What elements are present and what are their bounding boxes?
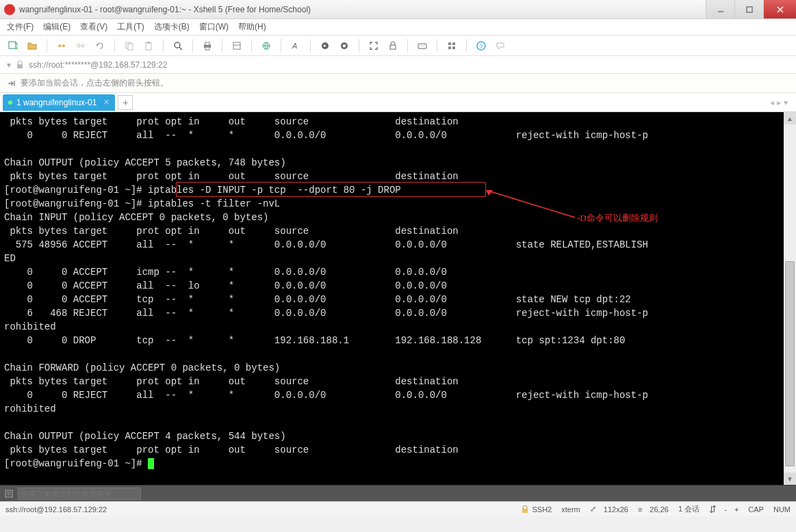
svg-text:A: A: [292, 42, 297, 50]
menu-view[interactable]: 查看(V): [80, 21, 107, 33]
tile-button[interactable]: [444, 38, 459, 53]
svg-point-6: [58, 44, 61, 47]
svg-rect-44: [5, 490, 12, 497]
tab-label: 1 wangruifenglinux-01: [16, 98, 97, 107]
svg-rect-18: [205, 42, 209, 45]
status-sessions: 1 会话: [678, 504, 699, 514]
lock-icon: [521, 505, 529, 514]
status-dot-icon: [8, 101, 12, 105]
status-pos: ≡ 26,26: [638, 505, 669, 514]
svg-rect-29: [390, 45, 396, 49]
terminal[interactable]: pkts bytes target prot opt in out source…: [0, 112, 784, 485]
tab-next-icon[interactable]: ▸: [777, 98, 781, 107]
svg-rect-14: [147, 42, 150, 44]
feedback-button[interactable]: [493, 38, 508, 53]
terminal-scrollbar[interactable]: ▲ ▼: [784, 112, 796, 485]
menu-bar: 文件(F) 编辑(E) 查看(V) 工具(T) 选项卡(B) 窗口(W) 帮助(…: [0, 19, 796, 36]
hint-bar: 要添加当前会话，点击左侧的箭头按钮。: [0, 74, 796, 93]
svg-rect-37: [452, 46, 455, 49]
menu-edit[interactable]: 编辑(E): [43, 21, 70, 33]
minimize-button[interactable]: [706, 0, 734, 18]
properties-button[interactable]: [229, 38, 244, 53]
tab-nav: ◂ ▸ ▾: [770, 98, 793, 107]
connect-button[interactable]: [54, 38, 69, 53]
fullscreen-button[interactable]: [366, 38, 381, 53]
svg-point-9: [77, 44, 80, 47]
svg-rect-19: [205, 47, 209, 50]
dropdown-icon[interactable]: ▾: [7, 60, 11, 70]
compose-input[interactable]: [18, 488, 141, 500]
menu-window[interactable]: 窗口(W): [199, 21, 229, 33]
disconnect-button[interactable]: [73, 38, 88, 53]
status-num: NUM: [773, 505, 791, 514]
address-bar: ▾ ssh://root:********@192.168.57.129:22: [0, 56, 796, 74]
tab-list-icon[interactable]: ▾: [784, 98, 788, 107]
status-ssh: SSH2: [521, 505, 552, 514]
lock-icon: [15, 60, 25, 70]
svg-point-15: [175, 42, 180, 48]
svg-line-16: [179, 47, 182, 50]
font-button[interactable]: A: [288, 38, 303, 53]
svg-rect-28: [343, 44, 346, 47]
svg-point-10: [81, 44, 84, 47]
copy-button[interactable]: [122, 38, 137, 53]
script-button[interactable]: [318, 38, 333, 53]
annotation-label: -D命令可以删除规则: [577, 212, 658, 224]
new-session-button[interactable]: +: [5, 38, 21, 53]
svg-text:+: +: [15, 45, 18, 51]
paste-button[interactable]: [141, 38, 156, 53]
svg-rect-47: [522, 509, 528, 513]
tab-close-icon[interactable]: ✕: [103, 98, 110, 107]
hint-text: 要添加当前会话，点击左侧的箭头按钮。: [21, 77, 168, 89]
svg-rect-36: [448, 46, 451, 49]
add-session-icon[interactable]: [7, 79, 16, 88]
stop-button[interactable]: [337, 38, 352, 53]
globe-button[interactable]: [259, 38, 274, 53]
compose-bar: [0, 485, 796, 501]
menu-tools[interactable]: 工具(T): [117, 21, 144, 33]
svg-rect-35: [452, 42, 455, 45]
help-button[interactable]: ?: [474, 38, 489, 53]
status-caps: CAP: [748, 505, 764, 514]
svg-rect-40: [17, 64, 23, 68]
scroll-down-icon[interactable]: ▼: [784, 473, 796, 485]
menu-file[interactable]: 文件(F): [7, 21, 34, 33]
menu-help[interactable]: 帮助(H): [238, 21, 266, 33]
keyboard-button[interactable]: [415, 38, 430, 53]
svg-rect-12: [128, 44, 133, 50]
close-button[interactable]: [763, 0, 796, 18]
maximize-button[interactable]: [734, 0, 763, 18]
status-connection: ssh://root@192.168.57.129:22: [5, 505, 107, 514]
svg-point-7: [62, 44, 65, 47]
title-bar: wangruifenglinux-01 - root@wangruifeng-0…: [0, 0, 796, 19]
open-button[interactable]: [25, 38, 40, 53]
svg-rect-1: [747, 7, 752, 12]
toolbar: + A ?: [0, 36, 796, 56]
window-title: wangruifenglinux-01 - root@wangruifeng-0…: [19, 5, 706, 14]
app-icon: [4, 4, 15, 15]
address-text[interactable]: ssh://root:********@192.168.57.129:22: [29, 60, 167, 70]
scroll-thumb[interactable]: [785, 261, 795, 466]
tab-prev-icon[interactable]: ◂: [770, 98, 774, 107]
lock-button[interactable]: [385, 38, 400, 53]
tab-bar: 1 wangruifenglinux-01 ✕ + ◂ ▸ ▾: [0, 93, 796, 112]
session-tab[interactable]: 1 wangruifenglinux-01 ✕: [3, 94, 115, 111]
svg-rect-34: [448, 42, 451, 45]
print-button[interactable]: [200, 38, 215, 53]
scroll-track[interactable]: [784, 124, 796, 473]
find-button[interactable]: [170, 38, 185, 53]
scroll-up-icon[interactable]: ▲: [784, 112, 796, 124]
svg-text:?: ?: [480, 43, 483, 50]
menu-tab[interactable]: 选项卡(B): [154, 21, 190, 33]
status-bar: ssh://root@192.168.57.129:22 SSH2 xterm …: [0, 501, 796, 516]
compose-icon: [4, 489, 14, 498]
new-tab-button[interactable]: +: [118, 95, 133, 110]
status-term: xterm: [561, 505, 580, 514]
terminal-area: pkts bytes target prot opt in out source…: [0, 112, 796, 485]
svg-rect-20: [233, 42, 240, 49]
status-size: ⤢ 112x26: [590, 505, 628, 514]
reconnect-button[interactable]: [92, 38, 107, 53]
